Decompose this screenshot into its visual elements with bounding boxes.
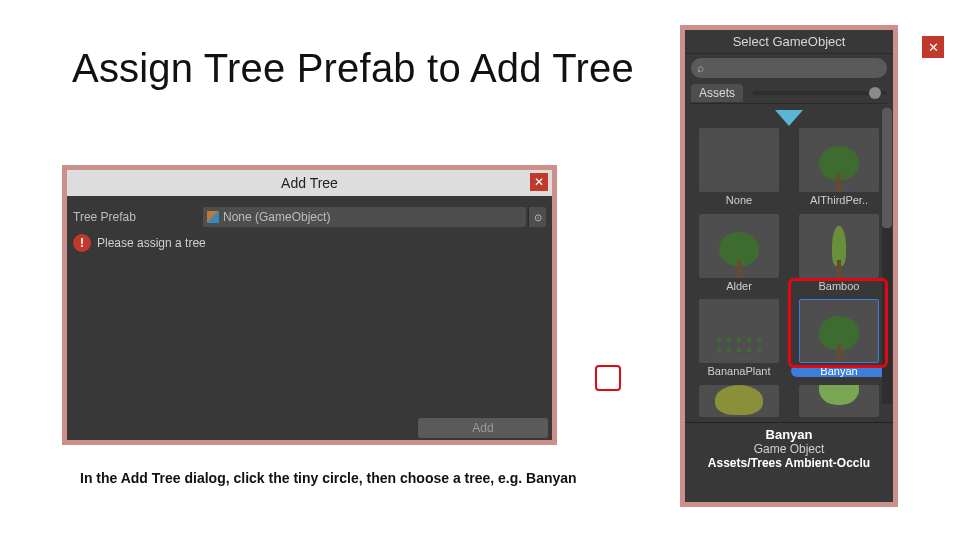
slide-title: Assign Tree Prefab to Add Tree (72, 46, 634, 91)
asset-tile[interactable] (791, 385, 887, 421)
warning-text: Please assign a tree (97, 236, 206, 250)
selection-type: Game Object (685, 442, 893, 456)
add-tree-title: Add Tree (281, 175, 338, 191)
search-icon: ⌕ (697, 61, 704, 75)
thumbnail-icon (799, 214, 879, 278)
asset-label: BananaPlant (691, 365, 787, 377)
asset-tile[interactable]: BananaPlant (691, 299, 787, 381)
tree-prefab-value: None (GameObject) (223, 210, 330, 224)
asset-tile[interactable]: Alder (691, 214, 787, 296)
thumbnail-icon (799, 128, 879, 192)
thumbnail-icon (799, 385, 879, 417)
add-tree-titlebar[interactable]: Add Tree ✕ (67, 170, 552, 196)
warning-row: ! Please assign a tree (73, 234, 546, 252)
asset-label: Alder (691, 280, 787, 292)
tree-prefab-field[interactable]: None (GameObject) (203, 207, 526, 227)
annotation-highlight (788, 278, 888, 368)
slide-caption: In the Add Tree dialog, click the tiny c… (80, 470, 577, 486)
select-gameobject-title: Select GameObject (685, 30, 893, 54)
thumbnail-icon (699, 299, 779, 363)
add-button[interactable]: Add (418, 418, 548, 438)
close-icon[interactable]: ✕ (922, 36, 944, 58)
asset-tile[interactable]: AIThirdPer.. (791, 128, 887, 210)
annotation-highlight (595, 365, 621, 391)
tab-assets[interactable]: Assets (691, 84, 743, 102)
warning-icon: ! (73, 234, 91, 252)
add-tree-dialog: Add Tree ✕ Tree Prefab None (GameObject)… (62, 165, 557, 445)
search-input[interactable]: ⌕ (691, 58, 887, 78)
asset-tile[interactable] (691, 385, 787, 421)
selection-name: Banyan (685, 427, 893, 442)
selection-details: Banyan Game Object Assets/Trees Ambient-… (685, 422, 893, 476)
add-tree-body (67, 252, 552, 416)
scrollbar-thumb[interactable] (882, 108, 892, 228)
tree-prefab-row: Tree Prefab None (GameObject) ⊙ (73, 206, 546, 228)
asset-label: None (691, 194, 787, 206)
gameobject-icon (207, 211, 219, 223)
tree-prefab-label: Tree Prefab (73, 210, 203, 224)
zoom-thumb[interactable] (869, 87, 881, 99)
thumbnail-none-icon (699, 128, 779, 192)
selection-path: Assets/Trees Ambient-Occlu (685, 456, 893, 470)
add-tree-footer: Add (67, 416, 552, 440)
thumbnail-icon (699, 385, 779, 417)
object-picker-button[interactable]: ⊙ (528, 207, 546, 227)
close-icon[interactable]: ✕ (530, 173, 548, 191)
chevron-down-icon (775, 110, 803, 126)
thumbnail-icon (699, 214, 779, 278)
picker-tabs: Assets (691, 82, 887, 104)
select-gameobject-panel: Select GameObject ⌕ Assets None AIThirdP… (680, 25, 898, 507)
asset-grid: None AIThirdPer.. Alder Bamboo Ban (685, 126, 893, 422)
asset-label: AIThirdPer.. (791, 194, 887, 206)
asset-tile-none[interactable]: None (691, 128, 787, 210)
zoom-slider[interactable] (753, 91, 887, 95)
